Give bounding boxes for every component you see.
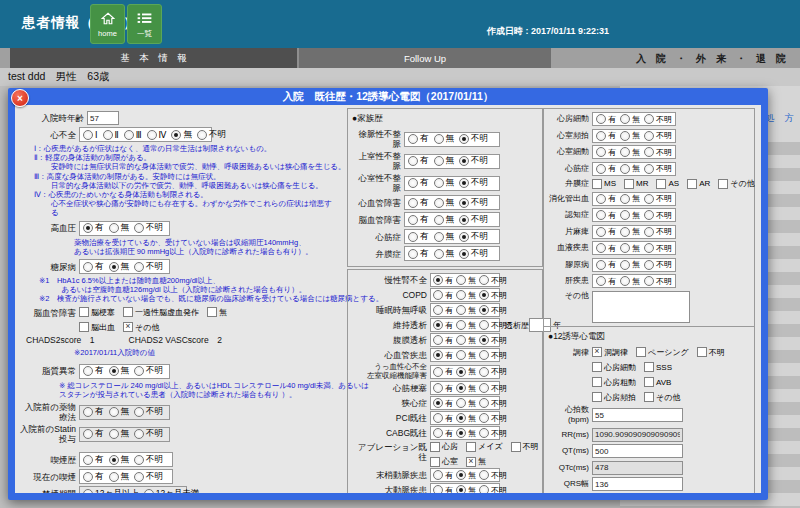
radio-current-smoking-2[interactable] [134,472,144,482]
radio-current-smoking-0[interactable] [83,472,93,482]
other-history-textarea[interactable] [592,291,690,323]
radio-angina-2[interactable] [479,398,489,408]
rr-interval-input[interactable] [592,428,683,442]
radio-peripheral-artery-disease-2[interactable] [479,470,489,480]
radio-fh-bradyarrhythmia-1[interactable] [434,134,444,144]
checkbox-ablation-history-0-1[interactable] [466,442,476,452]
close-button[interactable]: × [11,89,29,107]
radio-gi-bleeding-2[interactable] [644,194,654,204]
radio-liver-disease-0[interactable] [596,276,606,286]
radio-ventricular-tachycardia-0[interactable] [596,131,606,141]
radio-ventricular-fibrillation-2[interactable] [644,147,654,157]
radio-fh-cardiomyopathy-2[interactable] [459,232,469,242]
radio-diabetes-0[interactable] [83,262,93,272]
radio-fh-cerebrovascular-disease-1[interactable] [434,215,444,225]
radio-smoking-cessation-0[interactable] [83,489,93,493]
radio-ventricular-tachycardia-1[interactable] [620,131,630,141]
list-button[interactable]: 一覧 [127,4,162,44]
radio-myocardial-infarction-0[interactable] [433,383,443,393]
radio-fh-cardiovascular-disease-1[interactable] [434,198,444,208]
radio-collagen-disease-2[interactable] [644,260,654,270]
checkbox-cerebrovascular-disease-0-1[interactable] [123,307,133,317]
radio-fh-valvular-disease-0[interactable] [408,249,418,259]
nav-admission-outpatient-discharge[interactable]: 入 院 ・ 外 来 ・ 退 院 [636,52,786,66]
radio-fh-bradyarrhythmia-2[interactable] [459,134,469,144]
radio-cardiomyopathy-history-2[interactable] [644,164,654,174]
checkbox-rhythm-3-1[interactable] [644,392,654,402]
radio-dementia-0[interactable] [596,210,606,220]
checkbox-rhythm-3-0[interactable] [592,392,602,402]
checkbox-rhythm-2-0[interactable] [592,377,602,387]
tab-basic-info[interactable]: 基 本 情 報 [10,48,299,68]
radio-aortic-disease-2[interactable] [479,485,489,493]
radio-chronic-kidney-failure-0[interactable] [433,275,443,285]
radio-liver-disease-2[interactable] [644,276,654,286]
radio-peripheral-artery-disease-0[interactable] [433,470,443,480]
radio-aortic-disease-0[interactable] [433,485,443,493]
radio-fh-cardiovascular-disease-0[interactable] [408,198,418,208]
checkbox-ablation-history-1-0[interactable] [430,457,440,467]
radio-chf-lv-dysfunction-1[interactable] [456,367,466,377]
checkbox-rhythm-2-1[interactable] [644,377,654,387]
radio-fh-cardiomyopathy-0[interactable] [408,232,418,242]
qt-interval-input[interactable] [592,444,683,458]
checkbox-cerebrovascular-disease-0-0[interactable] [79,307,89,317]
radio-heart-failure-nyha-0[interactable] [83,130,93,140]
radio-dementia-2[interactable] [644,210,654,220]
radio-fh-ventricular-arrhythmia-0[interactable] [408,178,418,188]
checkbox-valvular-disease-0-4[interactable] [718,179,728,189]
radio-fh-bradyarrhythmia-0[interactable] [408,134,418,144]
radio-fh-cerebrovascular-disease-2[interactable] [459,215,469,225]
radio-ventricular-fibrillation-0[interactable] [596,147,606,157]
radio-cabg-history-1[interactable] [456,428,466,438]
radio-pre-admission-medication-2[interactable] [134,407,144,417]
radio-cardiomyopathy-history-1[interactable] [620,164,630,174]
checkbox-rhythm-0-0[interactable]: × [592,347,602,357]
checkbox-rhythm-0-1[interactable] [636,347,646,357]
radio-copd-0[interactable] [433,290,443,300]
radio-cabg-history-0[interactable] [433,428,443,438]
radio-fh-supraventricular-arrhythmia-1[interactable] [434,156,444,166]
radio-maintenance-dialysis-0[interactable] [433,320,443,330]
radio-sleep-apnea-2[interactable] [479,305,489,315]
radio-pre-admission-statin-0[interactable] [83,429,93,439]
checkbox-valvular-disease-0-1[interactable] [624,179,634,189]
radio-pci-history-0[interactable] [433,413,443,423]
radio-cabg-history-2[interactable] [479,428,489,438]
radio-blood-disease-2[interactable] [644,243,654,253]
radio-hypertension-0[interactable] [83,223,93,233]
radio-heart-failure-nyha-3[interactable] [147,130,157,140]
radio-smoking-history-1[interactable] [109,455,119,465]
radio-atrial-fibrillation-1[interactable] [620,114,630,124]
radio-heart-failure-nyha-4[interactable] [171,130,181,140]
radio-smoking-cessation-1[interactable] [144,489,154,493]
radio-peritoneal-dialysis-1[interactable] [456,335,466,345]
radio-blood-disease-1[interactable] [620,243,630,253]
radio-pci-history-1[interactable] [456,413,466,423]
checkbox-rhythm-1-0[interactable] [592,362,602,372]
age-at-admission-input[interactable] [87,111,119,125]
checkbox-cerebrovascular-disease-0-2[interactable] [207,307,217,317]
radio-fh-supraventricular-arrhythmia-2[interactable] [459,156,469,166]
qrs-width-input[interactable] [592,477,683,491]
radio-current-smoking-1[interactable] [109,472,119,482]
radio-smoking-history-0[interactable] [83,455,93,465]
radio-fh-ventricular-arrhythmia-2[interactable] [459,178,469,188]
tab-follow-up[interactable]: Follow Up [299,48,551,68]
radio-myocardial-infarction-2[interactable] [479,383,489,393]
radio-peritoneal-dialysis-0[interactable] [433,335,443,345]
radio-ventricular-fibrillation-1[interactable] [620,147,630,157]
radio-fh-valvular-disease-1[interactable] [434,249,444,259]
radio-pre-admission-medication-0[interactable] [83,407,93,417]
radio-dyslipidemia-0[interactable] [83,366,93,376]
radio-heart-failure-nyha-5[interactable] [197,130,207,140]
radio-ventricular-tachycardia-2[interactable] [644,131,654,141]
checkbox-ablation-history-0-0[interactable] [430,442,440,452]
checkbox-rhythm-0-2[interactable] [697,347,707,357]
radio-cardiomyopathy-history-0[interactable] [596,164,606,174]
radio-liver-disease-1[interactable] [620,276,630,286]
radio-aortic-disease-1[interactable] [456,485,466,493]
radio-angina-0[interactable] [433,398,443,408]
radio-cardiovascular-disease-1[interactable] [456,350,466,360]
radio-copd-1[interactable] [456,290,466,300]
